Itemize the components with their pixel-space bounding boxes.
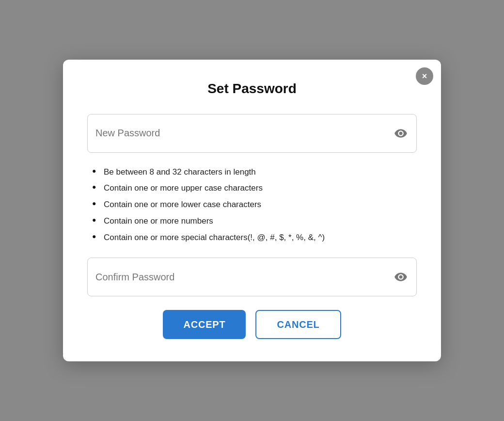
close-button[interactable]: ×: [416, 67, 433, 85]
password-requirements: Be between 8 and 32 characters in length…: [92, 166, 417, 243]
new-password-field-wrapper: [87, 114, 417, 153]
confirm-password-eye-icon[interactable]: [393, 269, 409, 285]
confirm-password-input[interactable]: [95, 272, 393, 283]
requirement-item: Contain one or more lower case character…: [92, 199, 417, 210]
requirement-item: Contain one or more upper case character…: [92, 182, 417, 194]
modal-title: Set Password: [87, 81, 417, 97]
button-row: ACCEPT CANCEL: [87, 310, 417, 339]
new-password-eye-icon[interactable]: [393, 126, 409, 141]
new-password-input[interactable]: [95, 128, 393, 139]
close-icon: ×: [422, 72, 427, 81]
accept-button[interactable]: ACCEPT: [163, 310, 246, 339]
cancel-button[interactable]: CANCEL: [255, 310, 341, 339]
requirement-item: Contain one or more special characters(!…: [92, 232, 417, 243]
requirement-item: Be between 8 and 32 characters in length: [92, 166, 417, 178]
set-password-modal: × Set Password Be between 8 and 32 chara…: [63, 60, 441, 362]
requirement-item: Contain one or more numbers: [92, 215, 417, 227]
confirm-password-field-wrapper: [87, 258, 417, 296]
